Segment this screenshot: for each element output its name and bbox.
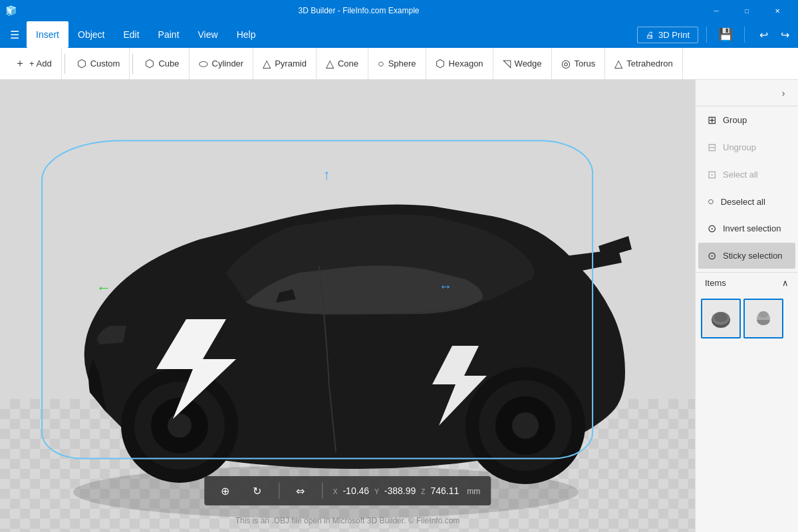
panel-collapse-button[interactable]: › bbox=[774, 84, 793, 102]
hamburger-menu[interactable]: ☰ bbox=[3, 21, 27, 48]
close-button[interactable]: ✕ bbox=[762, 0, 793, 21]
redo-button[interactable]: ↪ bbox=[774, 24, 795, 45]
separator bbox=[706, 27, 707, 43]
print-icon: 🖨 bbox=[646, 30, 654, 40]
toolbar-divider-1 bbox=[65, 54, 65, 74]
deselect-all-icon: ○ bbox=[708, 196, 714, 207]
items-header[interactable]: Items ∧ bbox=[696, 273, 798, 293]
separator2 bbox=[744, 27, 745, 43]
titlebar: 🧊 3D Builder - FileInfo.com Example ─ □ … bbox=[0, 0, 798, 21]
sphere-button[interactable]: ○ Sphere bbox=[368, 48, 426, 80]
coordinates: X -10.46 Y -388.99 Z 746.11 mm bbox=[333, 485, 480, 496]
invert-selection-icon: ⊙ bbox=[708, 222, 716, 235]
torus-icon: ◎ bbox=[561, 57, 571, 70]
car-model bbox=[0, 80, 695, 532]
ungroup-icon: ⊟ bbox=[708, 141, 716, 154]
pyramid-icon: △ bbox=[263, 57, 271, 70]
panel-collapse-section: › bbox=[696, 80, 798, 106]
custom-icon: ⬡ bbox=[77, 57, 86, 70]
add-button[interactable]: ＋ + Add bbox=[5, 48, 62, 80]
items-grid bbox=[696, 293, 798, 344]
scale-button[interactable]: ⇔ bbox=[290, 480, 311, 501]
cylinder-icon: ⬭ bbox=[199, 58, 208, 70]
sticky-selection-icon: ⊙ bbox=[708, 249, 716, 262]
cylinder-button[interactable]: ⬭ Cylinder bbox=[190, 48, 254, 80]
titlebar-title: 3D Builder - FileInfo.com Example bbox=[17, 6, 701, 15]
sticky-selection-button[interactable]: ⊙ Sticky selection bbox=[698, 243, 795, 269]
cube-icon: ⬡ bbox=[145, 57, 154, 70]
wedge-icon: ◹ bbox=[503, 57, 511, 70]
menu-insert[interactable]: Insert bbox=[27, 21, 68, 48]
item-1-thumbnail[interactable] bbox=[701, 299, 741, 338]
statusbar: ⊕ ↻ ⇔ X -10.46 Y -388.99 Z 746.11 mm bbox=[204, 476, 491, 505]
cone-button[interactable]: △ Cone bbox=[317, 48, 368, 80]
undo-button[interactable]: ↩ bbox=[753, 24, 774, 45]
toolbar-divider-2 bbox=[132, 54, 133, 74]
right-panel: › ⊞ Group ⊟ Ungroup ⊡ Select all ○ Desel… bbox=[695, 80, 798, 532]
torus-button[interactable]: ◎ Torus bbox=[552, 48, 606, 80]
viewport[interactable]: ↑ ← ↔ ⊕ ↻ ⇔ X -10.46 Y -388.99 Z 746.11 … bbox=[0, 80, 695, 532]
cube-button[interactable]: ⬡ Cube bbox=[136, 48, 189, 80]
invert-selection-button[interactable]: ⊙ Invert selection bbox=[698, 215, 795, 241]
hexagon-button[interactable]: ⬡ Hexagon bbox=[426, 48, 493, 80]
titlebar-icon: 🧊 bbox=[5, 5, 17, 16]
pyramid-button[interactable]: △ Pyramid bbox=[253, 48, 317, 80]
svg-point-15 bbox=[759, 311, 768, 318]
print-3d-button[interactable]: 🖨 3D Print bbox=[637, 27, 698, 43]
menu-paint[interactable]: Paint bbox=[149, 21, 189, 48]
maximize-button[interactable]: □ bbox=[732, 0, 762, 21]
menu-object[interactable]: Object bbox=[68, 21, 114, 48]
status-separator2 bbox=[322, 483, 323, 499]
ungroup-button[interactable]: ⊟ Ungroup bbox=[698, 134, 795, 160]
rotate-button[interactable]: ↻ bbox=[247, 480, 268, 501]
tetrahedron-button[interactable]: △ Tetrahedron bbox=[605, 48, 682, 80]
group-button[interactable]: ⊞ Group bbox=[698, 107, 795, 133]
status-separator bbox=[279, 483, 279, 499]
select-all-icon: ⊡ bbox=[708, 168, 716, 181]
menu-view[interactable]: View bbox=[189, 21, 227, 48]
sphere-icon: ○ bbox=[378, 58, 384, 70]
main-area: ↑ ← ↔ ⊕ ↻ ⇔ X -10.46 Y -388.99 Z 746.11 … bbox=[0, 80, 798, 532]
add-icon: ＋ bbox=[15, 57, 25, 70]
menu-help[interactable]: Help bbox=[227, 21, 265, 48]
custom-button[interactable]: ⬡ Custom bbox=[68, 48, 130, 80]
menu-edit[interactable]: Edit bbox=[114, 21, 148, 48]
svg-point-13 bbox=[714, 313, 728, 322]
svg-point-8 bbox=[168, 414, 192, 438]
minimize-button[interactable]: ─ bbox=[701, 0, 732, 21]
move-mode-button[interactable]: ⊕ bbox=[215, 480, 236, 501]
menubar-right: 🖨 3D Print 💾 ↩ ↪ bbox=[637, 24, 795, 45]
undo-redo-group: ↩ ↪ bbox=[753, 24, 795, 45]
titlebar-controls: ─ □ ✕ bbox=[701, 0, 793, 21]
group-icon: ⊞ bbox=[708, 114, 716, 126]
bottom-text: This is an .OBJ file open in Microsoft 3… bbox=[0, 516, 695, 525]
save-button[interactable]: 💾 bbox=[715, 24, 736, 45]
hexagon-icon: ⬡ bbox=[436, 57, 445, 70]
cone-icon: △ bbox=[326, 57, 334, 70]
tetrahedron-icon: △ bbox=[614, 57, 622, 70]
select-all-button[interactable]: ⊡ Select all bbox=[698, 162, 795, 188]
svg-point-4 bbox=[512, 412, 539, 439]
menubar: ☰ Insert Object Edit Paint View Help 🖨 3… bbox=[0, 21, 798, 48]
deselect-all-button[interactable]: ○ Deselect all bbox=[698, 189, 795, 214]
items-section: Items ∧ bbox=[696, 272, 798, 344]
wedge-button[interactable]: ◹ Wedge bbox=[493, 48, 552, 80]
item-2-thumbnail[interactable] bbox=[743, 299, 783, 338]
toolbar: ＋ + Add ⬡ Custom ⬡ Cube ⬭ Cylinder △ Pyr… bbox=[0, 48, 798, 80]
